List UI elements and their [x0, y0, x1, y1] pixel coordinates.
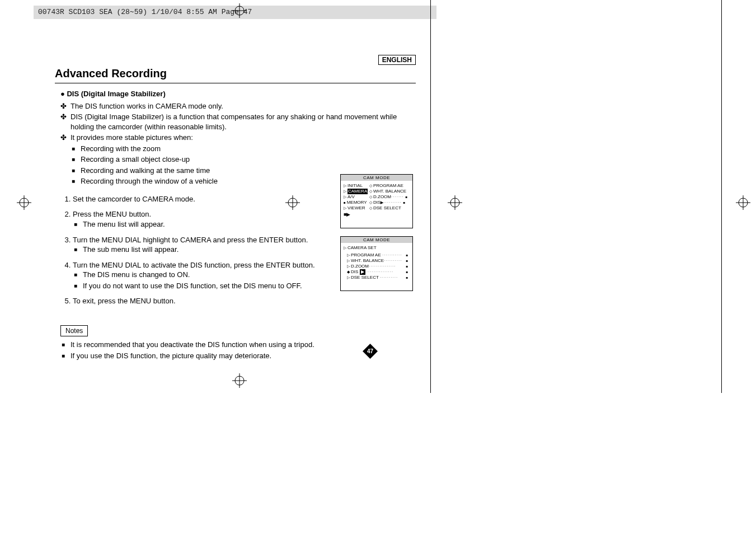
osd-item-label: DSE SELECT	[347, 275, 379, 280]
registration-mark-icon	[736, 195, 750, 210]
osd-row: PROGRAM AE ···········	[347, 252, 410, 258]
sub-bullet: Recording with the zoom	[81, 144, 416, 154]
section-heading: ● DIS (Digital Image Stabilizer)	[60, 89, 416, 99]
osd-item: DSE SELECT	[369, 205, 410, 211]
osd-item: VIEWER	[344, 205, 369, 211]
bullet: It provides more stable pictures when:	[71, 133, 416, 143]
osd-item-label: D.ZOOM	[369, 194, 391, 199]
step-text: Set the camcorder to CAMERA mode.	[73, 195, 195, 203]
cursor-icon: ■▶	[344, 212, 369, 218]
osd-item: PROGRAM AE	[369, 183, 410, 189]
osd-menu-1: CAM MODE INITIAL CAMERA A/V ■MEMORY VIEW…	[340, 174, 413, 228]
registration-mark-icon	[17, 195, 31, 210]
bullet: The DIS function works in CAMERA mode on…	[71, 101, 416, 111]
section-heading-text: DIS (Digital Image Stabilizer)	[67, 90, 165, 98]
osd-item: CAMERA	[344, 189, 369, 194]
step-text: Turn the MENU DIAL highlight to CAMERA a…	[73, 236, 308, 244]
step-text: Turn the MENU DIAL to activate the DIS f…	[73, 261, 315, 269]
osd-row: WHT. BALANCE··········	[347, 258, 410, 264]
osd-group: CAM MODE INITIAL CAMERA A/V ■MEMORY VIEW…	[340, 174, 413, 299]
bullet: DIS (Digital Image Stabilizer) is a func…	[71, 112, 416, 132]
osd-item: WHT. BALANCE	[369, 189, 410, 194]
osd-item-label: PROGRAM AE	[347, 252, 381, 257]
page: 00743R SCD103 SEA (28~59) 1/10/04 8:55 A…	[0, 0, 756, 534]
registration-mark-icon	[448, 195, 462, 210]
sub-bullet: Recording a small object close-up	[81, 154, 416, 165]
osd-item: ■MEMORY	[344, 200, 369, 205]
osd-title: CAM MODE	[341, 175, 412, 181]
osd-item: A/V	[344, 194, 369, 200]
page-number: 47	[367, 348, 374, 354]
osd-row: ◆DIS ▶ ···············	[347, 269, 410, 275]
osd-row: D.ZOOM···············	[347, 264, 410, 269]
osd-subtitle: CAMERA SET	[344, 245, 410, 250]
step-text: To exit, press the MENU button.	[73, 297, 176, 305]
page-number-badge: 47	[363, 344, 378, 359]
osd-item-label: WHT. BALANCE	[347, 258, 384, 263]
osd-menu-2: CAM MODE CAMERA SET PROGRAM AE ·········…	[340, 236, 413, 291]
osd-item-label: DIS	[369, 200, 381, 205]
osd-item: D.ZOOM·······	[369, 194, 410, 200]
notes-label: Notes	[60, 325, 88, 336]
osd-item-label: MEMORY	[347, 200, 367, 205]
osd-title: CAM MODE	[341, 237, 412, 243]
registration-mark-icon	[232, 3, 247, 18]
crop-rule	[721, 0, 722, 393]
registration-mark-icon	[232, 373, 247, 388]
language-badge: ENGLISH	[378, 55, 416, 65]
step-text: Press the MENU button.	[73, 210, 151, 218]
osd-item-label: CAMERA	[348, 189, 368, 194]
osd-row: DSE SELECT ··········	[347, 275, 410, 280]
osd-item: INITIAL	[344, 183, 369, 189]
page-title: Advanced Recording	[55, 66, 416, 81]
title-rule	[55, 83, 416, 83]
osd-item-label: D.ZOOM	[347, 264, 369, 269]
crop-rule	[430, 0, 431, 393]
osd-item-label: DIS	[351, 269, 358, 274]
osd-item: DIS▶··········	[369, 200, 410, 205]
